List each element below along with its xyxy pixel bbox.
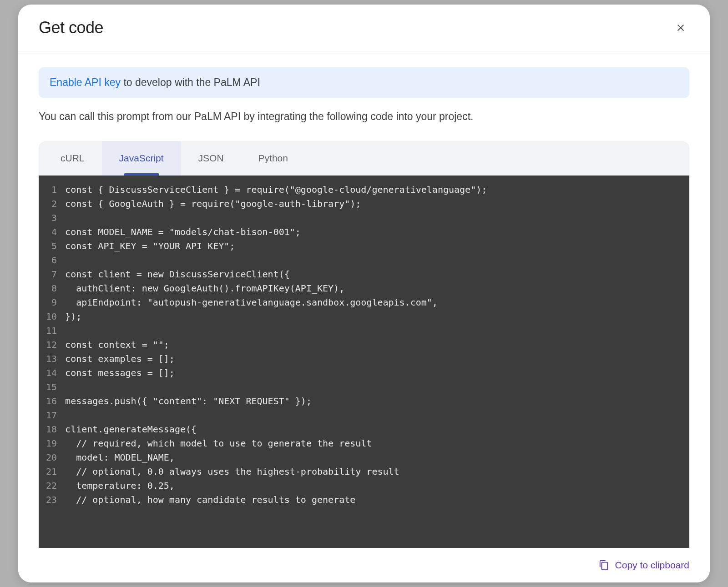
copy-to-clipboard-button[interactable]: Copy to clipboard [599,559,689,571]
code-content: const { DiscussServiceClient } = require… [65,183,689,541]
code-panel: cURL JavaScript JSON Python 1 2 3 4 5 6 … [39,141,689,548]
get-code-modal: Get code Enable API key to develop with … [18,5,710,582]
modal-footer: Copy to clipboard [18,548,710,582]
code-block: 1 2 3 4 5 6 7 8 9 10 11 12 13 14 15 16 1… [39,176,689,548]
modal-title: Get code [39,18,103,37]
modal-header: Get code [18,5,710,51]
api-key-banner: Enable API key to develop with the PaLM … [39,67,689,98]
svg-rect-0 [602,562,607,570]
tab-json[interactable]: JSON [181,141,241,176]
modal-body: Enable API key to develop with the PaLM … [18,51,710,548]
line-numbers: 1 2 3 4 5 6 7 8 9 10 11 12 13 14 15 16 1… [39,183,65,541]
copy-icon [599,559,609,571]
enable-api-key-link[interactable]: Enable API key [50,76,121,88]
language-tabs: cURL JavaScript JSON Python [39,141,689,176]
copy-label: Copy to clipboard [615,560,689,571]
tab-javascript[interactable]: JavaScript [102,141,181,176]
close-button[interactable] [672,19,689,36]
tab-python[interactable]: Python [241,141,305,176]
banner-text: to develop with the PaLM API [121,76,260,88]
tab-curl[interactable]: cURL [43,141,102,176]
close-icon [676,23,686,33]
description-text: You can call this prompt from our PaLM A… [39,110,689,123]
